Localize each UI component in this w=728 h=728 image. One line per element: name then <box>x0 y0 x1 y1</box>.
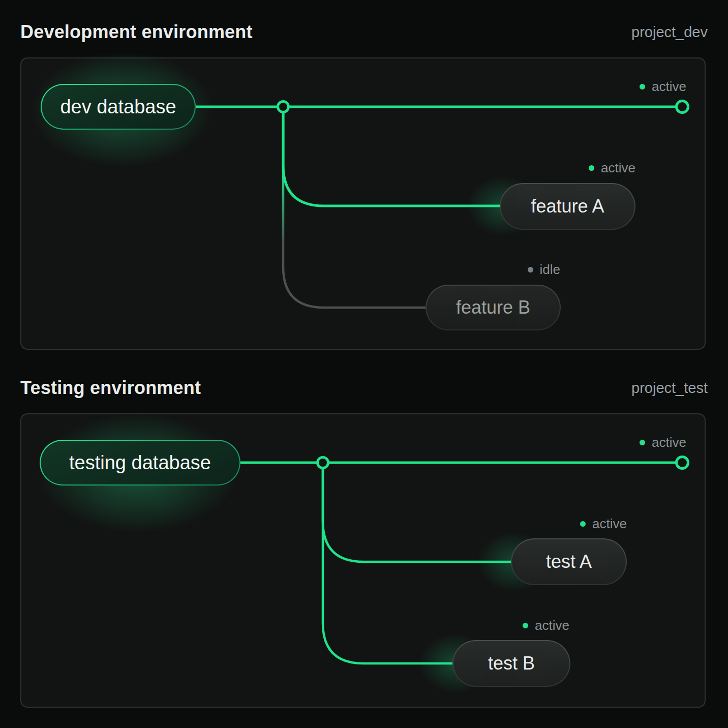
dev-branch-head-node <box>677 101 688 113</box>
test-a-label: test A <box>512 539 626 584</box>
feature-a-branch-line <box>283 107 500 206</box>
status-label: active <box>601 160 635 176</box>
dev-database-node[interactable]: dev database <box>41 84 196 130</box>
test-b-status: active <box>523 618 569 633</box>
status-label: idle <box>540 262 560 278</box>
status-label: active <box>535 618 569 633</box>
test-a-branch-line <box>323 463 511 562</box>
test-a-node[interactable]: test A <box>511 538 627 585</box>
test-branch-head-node <box>677 457 688 469</box>
status-label: active <box>652 435 686 450</box>
test-b-branch-line <box>323 463 452 663</box>
test-branch-junction-node <box>318 458 328 468</box>
dev-main-status: active <box>640 79 686 94</box>
test-b-node[interactable]: test B <box>452 640 570 687</box>
dev-database-label: dev database <box>42 85 195 129</box>
feature-b-status: idle <box>528 262 560 277</box>
status-label: active <box>652 79 686 95</box>
branching-diagram: Development environment project_dev Test… <box>0 0 728 728</box>
testing-database-label: testing database <box>41 441 239 484</box>
feature-a-label: feature A <box>501 184 634 229</box>
status-dot-icon <box>640 84 645 89</box>
test-main-status: active <box>640 435 686 450</box>
testing-database-node[interactable]: testing database <box>40 440 240 486</box>
status-dot-icon <box>523 623 528 628</box>
status-dot-icon <box>640 440 645 445</box>
feature-a-status: active <box>589 160 635 175</box>
feature-b-label: feature B <box>427 286 560 329</box>
status-dot-icon <box>528 267 533 272</box>
status-label: active <box>592 516 627 532</box>
test-a-status: active <box>580 516 627 531</box>
status-dot-icon <box>589 165 594 171</box>
status-dot-icon <box>580 521 586 527</box>
feature-b-node[interactable]: feature B <box>426 285 561 330</box>
dev-branch-junction-node <box>278 102 289 112</box>
test-b-label: test B <box>453 641 569 686</box>
feature-a-node[interactable]: feature A <box>500 183 635 230</box>
